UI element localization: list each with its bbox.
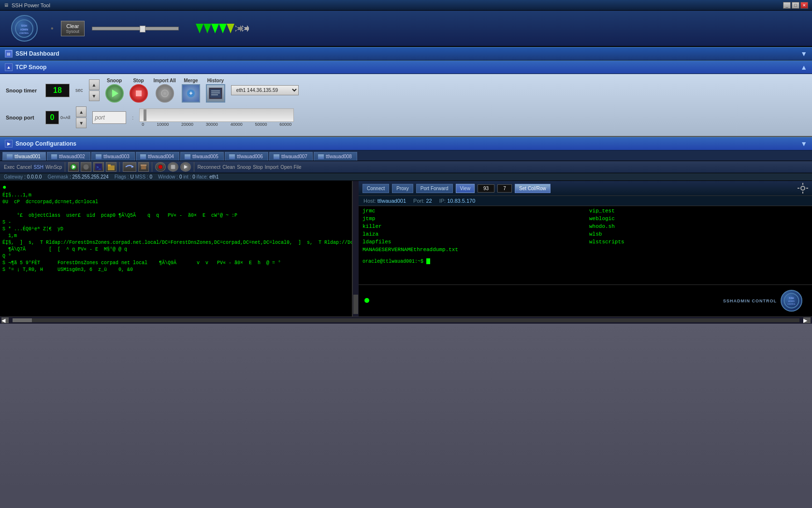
green-light-indicator — [363, 297, 370, 305]
slider-area[interactable] — [92, 21, 188, 36]
status-indicators — [196, 21, 249, 36]
clear-sysout-button[interactable]: Clear Sysout — [61, 21, 85, 36]
tab-ttlwauad007[interactable]: ttlwauad007 — [269, 152, 313, 161]
file-item-wlsb[interactable]: wlsb — [589, 231, 808, 237]
svg-rect-34 — [141, 165, 146, 169]
minimize-button[interactable]: _ — [783, 2, 791, 9]
history-button[interactable] — [206, 84, 225, 103]
port-down-button[interactable]: ▼ — [76, 118, 87, 128]
interface-dropdown[interactable]: eth1 144.36.135.59 — [231, 85, 299, 95]
folder-icon-button[interactable] — [106, 162, 116, 172]
timer-up-button[interactable]: ▲ — [89, 79, 100, 90]
port-value-box: 0 — [45, 111, 59, 124]
rows-input[interactable] — [497, 184, 512, 193]
cancel-label: Cancel — [16, 164, 31, 170]
port-range-slider[interactable] — [139, 108, 294, 122]
close-button[interactable]: ✕ — [800, 2, 808, 9]
divider-4 — [194, 162, 194, 172]
history-col: History — [206, 78, 225, 103]
dashboard-title: SSH Dashboard — [15, 50, 59, 57]
snoop-config-collapse-button[interactable]: ▼ — [800, 140, 807, 148]
snoop-stop-button[interactable] — [168, 162, 178, 172]
file-item-weblogic[interactable]: weblogic — [589, 216, 808, 222]
left-terminal-scrollbar[interactable] — [353, 181, 359, 316]
tcp-snoop-collapse-button[interactable]: ▲ — [800, 63, 807, 71]
scroll-right-button[interactable]: ▶ — [803, 317, 811, 323]
term-line-3 — [2, 206, 349, 212]
clean-label: Clean — [222, 164, 235, 170]
timer-down-button[interactable]: ▼ — [89, 90, 100, 101]
tab-ttlwauad008[interactable]: ttlwauad008 — [314, 152, 357, 161]
terminal-left[interactable]: ● ÉĮ§....1,m 0U cP dc=corpad,dc=net,dc=l… — [0, 181, 353, 316]
history-icon — [209, 88, 222, 99]
file-item-killer[interactable]: killer — [362, 224, 581, 229]
merge-label: Merge — [184, 78, 198, 83]
clean-icon-button[interactable] — [138, 162, 149, 172]
term-line-6: S * ...ÉQ0¹eª Z¦€ yD — [2, 226, 349, 233]
ssh-admin-logo: SSHADMIN CONTROL SSH ADMIN CONTROL — [718, 287, 807, 314]
svg-text:SSH: SSH — [21, 24, 27, 27]
file-item-whodo[interactable]: whodo.sh — [589, 224, 808, 229]
connect-button[interactable]: Connect — [362, 184, 389, 193]
tab-ttlwauad006[interactable]: ttlwauad006 — [225, 152, 268, 161]
port-forward-button[interactable]: Port Forward — [416, 184, 453, 193]
status-indicator-row: ● — [2, 183, 349, 191]
set-col-row-button[interactable]: Set Col/Row — [515, 184, 551, 193]
svg-text:ADMIN: ADMIN — [788, 300, 795, 302]
merge-col: Merge + — [182, 78, 200, 103]
proxy-button[interactable]: Proxy — [392, 184, 413, 193]
file-item-ldapfiles[interactable]: ldapfiles — [362, 239, 581, 245]
file-item-laiza[interactable]: laiza — [362, 231, 581, 237]
svg-point-28 — [83, 164, 89, 170]
ip-info: IP: 10.83.5.170 — [439, 198, 476, 204]
snoop-config-header: ▶ Snoop Configurations ▼ — [0, 137, 812, 150]
scroll-track[interactable] — [13, 318, 799, 322]
tab-ttlwauad003[interactable]: ttlwauad003 — [91, 152, 135, 161]
window-info: Window : 0 int : 0 iface: eth1 — [158, 174, 219, 179]
svg-text:>_: >_ — [97, 165, 102, 169]
right-panel-toolbar: Connect Proxy Port Forward View Set Col/… — [359, 181, 812, 196]
tab-ttlwauad001[interactable]: ttlwauad001 — [2, 152, 46, 161]
snoop-record-button[interactable] — [155, 162, 166, 172]
port-input[interactable] — [92, 111, 126, 124]
import-all-button[interactable] — [156, 84, 174, 103]
tab-icon-8 — [318, 154, 324, 159]
snoop-play-button[interactable] — [180, 162, 191, 172]
scroll-left-button[interactable]: ◀ — [1, 317, 9, 323]
file-item-vip-test[interactable]: vip_test — [589, 208, 808, 214]
port-up-button[interactable]: ▲ — [76, 106, 87, 117]
stop-button[interactable] — [130, 84, 148, 103]
session-tabs-bar: ttlwauad001 ttlwauad002 ttlwauad003 ttlw… — [0, 150, 812, 161]
scroll-thumb[interactable] — [13, 318, 32, 322]
dashboard-collapse-button[interactable]: ▼ — [800, 50, 807, 58]
snoop-timer-label: Snoop timer — [6, 88, 40, 93]
file-item-jrmc[interactable]: jrmc — [362, 208, 581, 214]
open-file-label: Open File — [280, 164, 301, 170]
snoop-button[interactable] — [105, 84, 124, 103]
tab-icon-7 — [274, 154, 279, 159]
settings-icon-button[interactable] — [798, 183, 808, 194]
terminal-icon-button[interactable]: >_ — [93, 162, 104, 172]
file-column-1: jrmc jtmp killer laiza ldapfiles MANAGES… — [359, 206, 585, 284]
file-item-jtmp[interactable]: jtmp — [362, 216, 581, 222]
file-item-wlstscripts[interactable]: wlstscripts — [589, 239, 808, 245]
merge-button[interactable]: + — [182, 84, 200, 103]
ssh-dashboard-header: ▤ SSH Dashboard ▼ — [0, 47, 812, 60]
flags-info: Flags : U MSS : 0 — [115, 174, 152, 179]
stop-label: Stop — [253, 164, 263, 170]
view-button[interactable]: View — [456, 184, 475, 193]
tab-ttlwauad002[interactable]: ttlwauad002 — [47, 152, 90, 161]
maximize-button[interactable]: □ — [792, 2, 799, 9]
app-logo: SSH ADMIN CONTROL — [11, 15, 38, 42]
exec-icon-button[interactable] — [68, 162, 79, 172]
tab-label-1: ttlwauad001 — [14, 154, 41, 159]
tab-icon-2 — [51, 154, 57, 159]
reconnect-icon-button[interactable] — [123, 162, 136, 172]
file-item-managethreaddump[interactable]: MANAGESERVERNAMEthreaddump.txt — [362, 247, 581, 253]
tab-ttlwauad005[interactable]: ttlwauad005 — [180, 152, 224, 161]
tab-ttlwauad004[interactable]: ttlwauad004 — [136, 152, 179, 161]
stop-icon-button[interactable] — [81, 162, 91, 172]
cols-input[interactable] — [478, 184, 494, 193]
terminal-scrollbar[interactable]: ◀ ▶ — [0, 316, 812, 324]
snoop-config-title: Snoop Configurations — [15, 140, 76, 147]
